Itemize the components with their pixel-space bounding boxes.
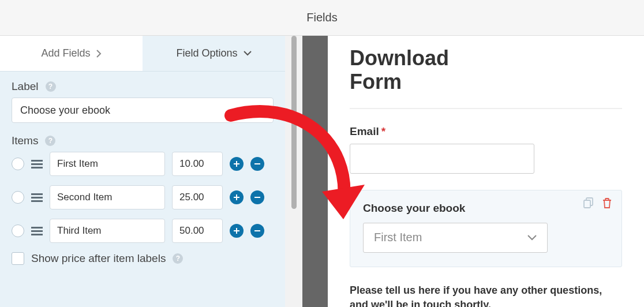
add-item-button[interactable]: [230, 224, 244, 238]
radio-default[interactable]: [12, 191, 24, 204]
item-name-input[interactable]: [50, 185, 165, 209]
selected-field-label: Choose your ebook: [363, 202, 609, 215]
label-input[interactable]: [12, 98, 274, 123]
items-section-header: Items ?: [12, 134, 274, 147]
form-preview: Download Form Email* Choose your ebook F…: [328, 36, 644, 307]
scrollbar-gutter: [285, 36, 302, 307]
top-bar: Fields: [0, 0, 644, 36]
tab-add-fields[interactable]: Add Fields: [0, 36, 143, 71]
item-row: [12, 219, 274, 243]
duplicate-icon[interactable]: [583, 197, 595, 209]
item-price-input[interactable]: [172, 152, 223, 176]
tab-field-options[interactable]: Field Options: [143, 36, 285, 71]
email-input[interactable]: [350, 144, 534, 174]
help-icon[interactable]: ?: [45, 136, 55, 146]
select-value: First Item: [374, 231, 422, 244]
items-title: Items: [12, 134, 38, 147]
svg-rect-1: [584, 200, 590, 208]
remove-item-button[interactable]: [250, 224, 264, 238]
sidebar-content: Label ? Items ?: [0, 72, 285, 274]
item-price-input[interactable]: [172, 219, 223, 243]
add-item-button[interactable]: [230, 157, 244, 171]
footer-text: Please tell us here if you have any othe…: [350, 283, 622, 307]
form-title: Download Form: [350, 46, 477, 94]
top-bar-title: Fields: [306, 11, 337, 24]
help-icon[interactable]: ?: [173, 253, 183, 264]
email-label: Email*: [350, 125, 622, 138]
radio-default[interactable]: [12, 158, 24, 170]
tab-label: Field Options: [176, 47, 237, 59]
preview-frame-edge: [302, 36, 328, 307]
radio-default[interactable]: [12, 224, 24, 237]
sidebar: Add Fields Field Options Label ? Items ?: [0, 36, 285, 307]
form-divider: [350, 108, 622, 109]
show-price-row: Show price after item labels ?: [12, 252, 274, 265]
required-indicator: *: [381, 125, 385, 137]
show-price-label: Show price after item labels: [31, 252, 166, 265]
item-row: [12, 152, 274, 176]
tab-label: Add Fields: [41, 47, 90, 59]
remove-item-button[interactable]: [250, 157, 264, 171]
item-price-input[interactable]: [172, 185, 223, 209]
ebook-select[interactable]: First Item: [363, 223, 548, 253]
item-row: [12, 185, 274, 209]
help-icon[interactable]: ?: [46, 81, 56, 92]
item-name-input[interactable]: [50, 152, 165, 176]
drag-handle-icon[interactable]: [31, 225, 43, 237]
item-name-input[interactable]: [50, 219, 165, 243]
add-item-button[interactable]: [230, 190, 244, 204]
main-container: Add Fields Field Options Label ? Items ?: [0, 36, 644, 307]
selected-field-wrapper[interactable]: Choose your ebook First Item: [350, 190, 622, 267]
sidebar-tabs: Add Fields Field Options: [0, 36, 285, 72]
drag-handle-icon[interactable]: [31, 158, 43, 170]
field-actions: [583, 197, 612, 209]
label-title: Label: [12, 80, 39, 93]
remove-item-button[interactable]: [250, 190, 264, 204]
trash-icon[interactable]: [602, 197, 612, 209]
chevron-right-icon: [96, 50, 102, 58]
show-price-checkbox[interactable]: [12, 252, 24, 265]
scrollbar-thumb[interactable]: [291, 36, 297, 209]
label-section-header: Label ?: [12, 80, 274, 93]
chevron-down-icon: [244, 51, 252, 56]
items-list: [12, 152, 274, 243]
drag-handle-icon[interactable]: [31, 192, 43, 203]
chevron-down-icon: [527, 235, 537, 241]
